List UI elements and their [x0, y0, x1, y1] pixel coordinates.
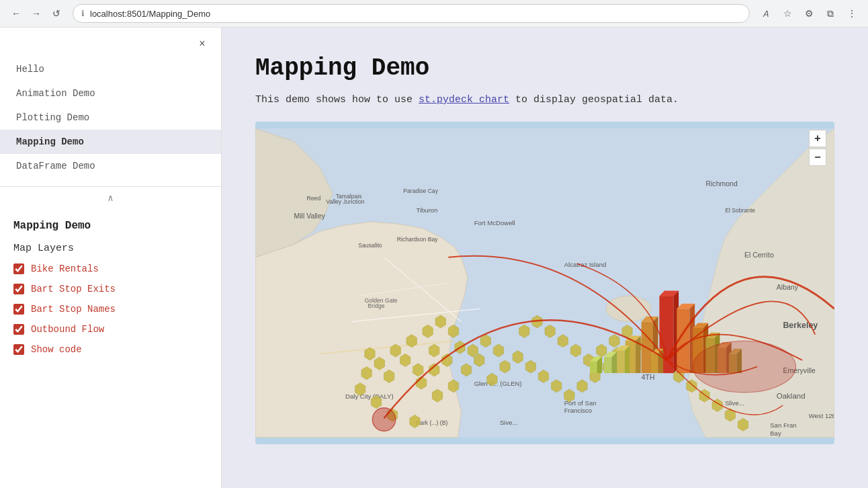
split-view-button[interactable]: ⧉	[822, 5, 838, 22]
svg-text:Richardson Bay: Richardson Bay	[397, 235, 438, 242]
svg-rect-115	[615, 350, 624, 373]
svg-text:Fort McDowell: Fort McDowell	[474, 218, 515, 226]
checkbox-show-code: Show code	[13, 344, 208, 355]
checkbox-outbound-flow: Outbound Flow	[13, 324, 208, 335]
svg-text:Reed: Reed	[307, 195, 321, 202]
svg-rect-127	[590, 361, 597, 372]
svg-text:Bridge: Bridge	[368, 302, 385, 309]
svg-text:San Fran: San Fran	[770, 421, 796, 429]
sidebar-item-plotting-demo[interactable]: Plotting Demo	[0, 106, 221, 130]
svg-text:4TH: 4TH	[642, 372, 655, 380]
bart-stop-names-label[interactable]: Bart Stop Names	[31, 304, 116, 315]
bart-stop-exits-checkbox[interactable]	[13, 284, 24, 294]
app-container: × Hello Animation Demo Plotting Demo Map…	[0, 28, 868, 488]
svg-text:Glen P... (GLEN): Glen P... (GLEN)	[474, 380, 522, 387]
svg-text:Bay: Bay	[770, 429, 781, 436]
browser-toolbar: ← → ↺ ℹ localhost:8501/Mapping_Demo 𝘈 ☆ …	[0, 0, 868, 28]
reload-button[interactable]: ↺	[48, 5, 64, 22]
menu-button[interactable]: ⋮	[844, 5, 860, 22]
svg-text:Sive...: Sive...	[500, 418, 518, 425]
map-zoom-out-button[interactable]: −	[809, 149, 826, 166]
sidebar-collapse-button[interactable]: ∧	[0, 190, 221, 209]
security-icon: ℹ	[81, 9, 85, 19]
svg-text:Tiburon: Tiburon	[416, 206, 437, 213]
forward-button[interactable]: →	[28, 5, 44, 22]
checkbox-bart-stop-exits: Bart Stop Exits	[13, 284, 208, 294]
page-description: This demo shows how to use st.pydeck_cha…	[255, 93, 834, 108]
bike-rentals-label[interactable]: Bike Rentals	[31, 263, 99, 274]
bart-stop-names-checkbox[interactable]	[13, 304, 24, 315]
sidebar-item-dataframe-demo[interactable]: DataFrame Demo	[0, 154, 221, 178]
svg-rect-118	[604, 357, 611, 373]
description-before: This demo shows how to use	[255, 94, 419, 106]
svg-text:Mill Valley: Mill Valley	[294, 212, 325, 220]
description-after: to display geospatial data.	[509, 94, 679, 106]
back-button[interactable]: ←	[8, 5, 24, 22]
url-text: localhost:8501/Mapping_Demo	[90, 9, 210, 19]
pydeck-chart-link[interactable]: st.pydeck_chart	[419, 94, 509, 106]
svg-text:Paradise Cay: Paradise Cay	[403, 187, 438, 194]
svg-text:Francisco: Francisco	[564, 407, 592, 414]
show-code-checkbox[interactable]	[13, 344, 24, 355]
bike-rentals-checkbox[interactable]	[13, 263, 24, 274]
sidebar-item-hello[interactable]: Hello	[0, 57, 221, 81]
map-container[interactable]: Golden Gate Bridge Mill Valley Tamalpais…	[255, 122, 834, 444]
svg-marker-1	[255, 222, 468, 438]
map-zoom-in-button[interactable]: +	[809, 130, 826, 147]
svg-text:Sausalito: Sausalito	[358, 242, 382, 249]
svg-point-134	[372, 407, 395, 430]
reader-mode-button[interactable]: 𝘈	[758, 5, 774, 22]
checkbox-bart-stop-names: Bart Stop Names	[13, 304, 208, 315]
sidebar-item-animation-demo[interactable]: Animation Demo	[0, 81, 221, 106]
sidebar-section: Mapping Demo Map Layers Bike Rentals Bar…	[0, 209, 221, 375]
sidebar: × Hello Animation Demo Plotting Demo Map…	[0, 28, 222, 488]
svg-text:El Cerrito: El Cerrito	[744, 250, 774, 258]
toolbar-right: 𝘈 ☆ ⚙ ⧉ ⋮	[758, 5, 860, 22]
checkbox-bike-rentals: Bike Rentals	[13, 263, 208, 274]
nav-buttons: ← → ↺	[8, 5, 64, 22]
sidebar-close-button[interactable]: ×	[194, 36, 210, 52]
svg-rect-130	[651, 354, 658, 373]
svg-text:Valley Junction: Valley Junction	[326, 198, 364, 205]
sidebar-close-area: ×	[0, 28, 221, 57]
sidebar-nav: Hello Animation Demo Plotting Demo Mappi…	[0, 57, 221, 184]
svg-text:Slive...: Slive...	[725, 399, 744, 406]
outbound-flow-checkbox[interactable]	[13, 324, 24, 335]
svg-text:Park (...) (B): Park (...) (B)	[416, 419, 447, 425]
page-title: Mapping Demo	[255, 54, 834, 82]
map-svg: Golden Gate Bridge Mill Valley Tamalpais…	[255, 122, 834, 444]
svg-text:Richmond: Richmond	[705, 179, 737, 188]
address-bar[interactable]: ℹ localhost:8501/Mapping_Demo	[73, 4, 750, 23]
map-controls: + −	[809, 130, 826, 166]
svg-text:West 12th: West 12th	[809, 412, 834, 419]
map-layers-title: Map Layers	[13, 243, 208, 254]
svg-text:Oakland: Oakland	[777, 392, 806, 400]
svg-point-133	[693, 341, 795, 393]
main-content: Mapping Demo This demo shows how to use …	[222, 28, 868, 488]
show-code-label[interactable]: Show code	[31, 344, 82, 355]
sidebar-item-mapping-demo[interactable]: Mapping Demo	[0, 130, 221, 154]
bart-stop-exits-label[interactable]: Bart Stop Exits	[31, 284, 116, 294]
sidebar-divider	[0, 186, 221, 187]
bookmark-button[interactable]: ☆	[779, 5, 795, 22]
extensions-button[interactable]: ⚙	[801, 5, 817, 22]
svg-text:El Sobrante: El Sobrante	[725, 206, 755, 213]
outbound-flow-label[interactable]: Outbound Flow	[31, 324, 104, 335]
svg-text:Daly City (DALY): Daly City (DALY)	[345, 393, 394, 400]
svg-text:Alcatraz Island: Alcatraz Island	[564, 261, 607, 268]
sidebar-section-title: Mapping Demo	[13, 220, 208, 232]
